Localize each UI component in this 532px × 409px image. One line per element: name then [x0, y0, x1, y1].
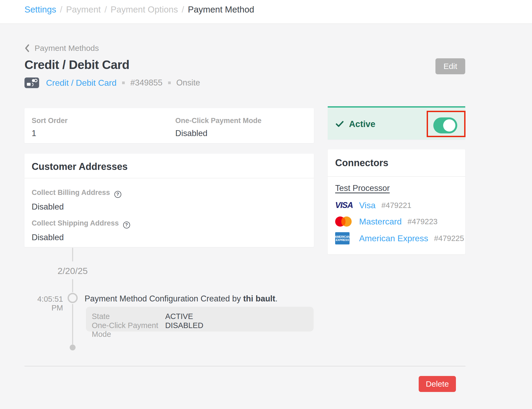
payment-method-summary-row: Credit / Debit Card #349855 Onsite	[24, 77, 200, 88]
customer-addresses-card: Customer Addresses Collect Billing Addre…	[24, 154, 314, 247]
detail-value: ACTIVE	[165, 312, 193, 321]
connectors-title: Connectors	[335, 157, 388, 169]
timeline-time: 4:05:51 PM	[25, 295, 63, 312]
amex-logo-icon: AMERICAN EXPRESS	[335, 232, 359, 244]
timeline-line	[72, 304, 73, 345]
one-click-value: Disabled	[175, 129, 261, 138]
back-link-label: Payment Methods	[35, 44, 99, 53]
breadcrumb: Settings / Payment / Payment Options / P…	[24, 4, 254, 15]
divider	[328, 176, 465, 177]
active-status-panel: Active	[328, 106, 465, 140]
breadcrumb-payment-options: Payment Options	[111, 4, 178, 15]
breadcrumb-separator: /	[182, 4, 184, 15]
payment-method-mode: Onsite	[176, 78, 200, 88]
breadcrumb-separator: /	[105, 4, 107, 15]
timeline-event-text: Payment Method Configuration Created by …	[85, 294, 277, 304]
timeline-event-actor: thi bault	[243, 294, 275, 303]
billing-address-label: Collect Billing Address	[32, 189, 110, 197]
detail-label: One-Click Payment Mode	[92, 321, 165, 339]
active-toggle[interactable]	[433, 117, 457, 133]
sort-order-value: 1	[32, 129, 68, 138]
top-bar: Settings / Payment / Payment Options / P…	[0, 0, 532, 24]
breadcrumb-payment-method: Payment Method	[188, 4, 254, 15]
page-title: Credit / Debit Card	[24, 58, 129, 72]
billing-address-field: Collect Billing Address? Disabled	[32, 189, 121, 212]
breadcrumb-separator: /	[60, 4, 62, 15]
toggle-knob	[443, 119, 455, 132]
help-icon[interactable]: ?	[114, 191, 121, 198]
summary-card: Sort Order 1 One-Click Payment Mode Disa…	[24, 108, 314, 143]
detail-row-one-click: One-Click Payment Mode DISABLED	[92, 321, 203, 339]
mastercard-logo-icon	[335, 216, 359, 227]
customer-addresses-title: Customer Addresses	[32, 161, 128, 172]
connector-group-link[interactable]: Test Processor	[335, 183, 390, 193]
timeline-end-dot	[70, 345, 76, 350]
shipping-address-label: Collect Shipping Address	[32, 219, 119, 227]
connector-link-visa[interactable]: Visa	[359, 201, 376, 210]
separator-square	[168, 81, 171, 84]
connector-row-visa: VISA Visa #479221	[335, 199, 412, 212]
shipping-address-field: Collect Shipping Address? Disabled	[32, 219, 130, 242]
timeline-event-marker	[68, 293, 78, 303]
delete-button[interactable]: Delete	[419, 376, 456, 392]
billing-address-value: Disabled	[32, 202, 121, 212]
one-click-label: One-Click Payment Mode	[175, 117, 261, 125]
timeline-date: 2/20/25	[46, 266, 99, 276]
timeline-line	[72, 248, 73, 261]
sort-order-field: Sort Order 1	[32, 117, 68, 138]
connector-row-amex: AMERICAN EXPRESS American Express #47922…	[335, 232, 464, 245]
shipping-address-value: Disabled	[32, 233, 130, 242]
edit-button[interactable]: Edit	[435, 58, 465, 74]
connector-id-visa: #479221	[381, 201, 412, 210]
divider	[24, 178, 314, 178]
detail-value: DISABLED	[165, 321, 203, 339]
divider	[24, 366, 466, 366]
chevron-left-icon	[24, 44, 30, 52]
sort-order-label: Sort Order	[32, 117, 68, 125]
breadcrumb-payment: Payment	[66, 4, 101, 15]
breadcrumb-settings[interactable]: Settings	[24, 4, 56, 15]
active-status-label: Active	[349, 119, 375, 129]
detail-row-state: State ACTIVE	[92, 312, 193, 321]
back-to-payment-methods-link[interactable]: Payment Methods	[24, 44, 99, 53]
connector-link-amex[interactable]: American Express	[359, 234, 428, 243]
separator-square	[122, 81, 125, 84]
timeline-event-details: State ACTIVE One-Click Payment Mode DISA…	[86, 307, 314, 332]
detail-label: State	[92, 312, 165, 321]
credit-card-icon	[24, 77, 39, 88]
connector-id-mastercard: #479223	[408, 217, 438, 226]
help-icon[interactable]: ?	[123, 222, 130, 228]
connectors-card: Connectors Test Processor VISA Visa #479…	[328, 149, 465, 254]
connector-row-mastercard: Mastercard #479223	[335, 215, 438, 228]
one-click-field: One-Click Payment Mode Disabled	[175, 117, 261, 138]
check-icon	[336, 121, 344, 128]
connector-id-amex: #479225	[434, 234, 464, 243]
timeline-line	[72, 279, 73, 292]
payment-method-type-link[interactable]: Credit / Debit Card	[46, 78, 117, 88]
payment-method-id: #349855	[130, 78, 163, 88]
visa-logo-icon: VISA	[335, 201, 359, 210]
connector-link-mastercard[interactable]: Mastercard	[359, 217, 402, 227]
